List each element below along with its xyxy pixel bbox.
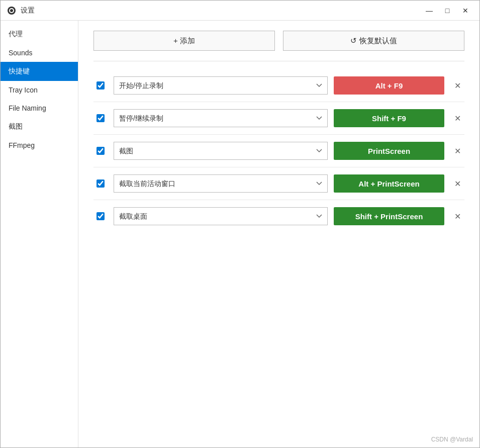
maximize-button[interactable]: □ (439, 4, 455, 18)
key-badge-5[interactable]: Shift + PrintScreen (334, 207, 444, 225)
sidebar-item-file-naming[interactable]: File Naming (1, 99, 78, 117)
checkbox-area-1 (93, 81, 108, 89)
sidebar-item-tray-icon[interactable]: Tray Icon (1, 81, 78, 99)
shortcut-row: 截取桌面 Shift + PrintScreen ✕ (93, 200, 464, 232)
action-dropdown-4[interactable]: 截取当前活动窗口 (114, 174, 328, 193)
checkbox-area-4 (93, 180, 108, 188)
shortcut-enable-5[interactable] (97, 212, 105, 220)
key-badge-3[interactable]: PrintScreen (334, 142, 444, 160)
content-area: + 添加 ↺ 恢复默认值 开始/停止录制 Alt + F9 ✕ (78, 21, 479, 447)
sidebar-item-ffmpeg[interactable]: FFmpeg (1, 136, 78, 154)
watermark: CSDN @Vardal (431, 436, 473, 443)
key-badge-1[interactable]: Alt + F9 (334, 76, 444, 95)
sidebar: 代理 Sounds 快捷键 Tray Icon File Naming 截图 F… (1, 21, 78, 447)
sidebar-item-sounds[interactable]: Sounds (1, 44, 78, 62)
delete-button-2[interactable]: ✕ (450, 111, 464, 125)
window-controls: — □ ✕ (421, 4, 473, 18)
window-title: 设置 (21, 6, 421, 15)
delete-button-3[interactable]: ✕ (450, 144, 464, 158)
add-button[interactable]: + 添加 (93, 31, 275, 51)
shortcut-enable-1[interactable] (97, 81, 105, 89)
checkbox-area-2 (93, 114, 108, 122)
reset-button[interactable]: ↺ 恢复默认值 (283, 31, 464, 51)
shortcut-row: 截图 PrintScreen ✕ (93, 135, 464, 167)
delete-button-4[interactable]: ✕ (450, 176, 464, 191)
title-bar: 设置 — □ ✕ (1, 1, 479, 21)
delete-button-1[interactable]: ✕ (450, 78, 464, 93)
sidebar-item-proxy[interactable]: 代理 (1, 25, 78, 44)
divider (93, 61, 464, 61)
delete-button-5[interactable]: ✕ (450, 209, 464, 223)
action-dropdown-2[interactable]: 暂停/继续录制 (114, 109, 328, 127)
shortcut-enable-2[interactable] (97, 114, 105, 122)
svg-point-2 (10, 9, 13, 12)
shortcut-enable-3[interactable] (97, 147, 105, 155)
key-badge-2[interactable]: Shift + F9 (334, 109, 444, 127)
sidebar-item-screenshot[interactable]: 截图 (1, 117, 78, 136)
minimize-button[interactable]: — (421, 4, 437, 18)
shortcut-enable-4[interactable] (97, 180, 105, 188)
shortcut-row: 开始/停止录制 Alt + F9 ✕ (93, 69, 464, 102)
key-badge-4[interactable]: Alt + PrintScreen (334, 174, 444, 193)
shortcut-row: 截取当前活动窗口 Alt + PrintScreen ✕ (93, 167, 464, 200)
checkbox-area-5 (93, 212, 108, 220)
action-dropdown-1[interactable]: 开始/停止录制 (114, 76, 328, 95)
app-icon (7, 6, 17, 16)
checkbox-area-3 (93, 147, 108, 155)
main-content: 代理 Sounds 快捷键 Tray Icon File Naming 截图 F… (1, 21, 479, 447)
close-button[interactable]: ✕ (457, 4, 473, 18)
top-toolbar: + 添加 ↺ 恢复默认值 (93, 31, 464, 51)
action-dropdown-5[interactable]: 截取桌面 (114, 207, 328, 225)
shortcut-row: 暂停/继续录制 Shift + F9 ✕ (93, 102, 464, 135)
action-dropdown-3[interactable]: 截图 (114, 142, 328, 160)
settings-window: 设置 — □ ✕ 代理 Sounds 快捷键 Tray Icon File Na… (0, 0, 480, 448)
sidebar-item-shortcuts[interactable]: 快捷键 (1, 62, 78, 81)
